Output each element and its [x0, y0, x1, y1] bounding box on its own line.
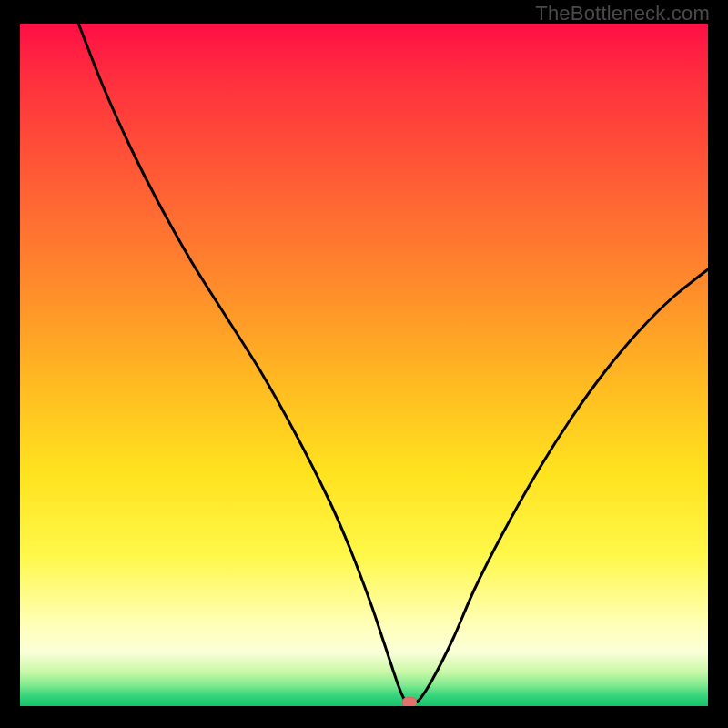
optimum-marker: [402, 697, 417, 707]
watermark-text: TheBottleneck.com: [535, 2, 710, 25]
bottleneck-curve: [20, 24, 708, 706]
plot-area: [20, 24, 708, 706]
chart-frame: TheBottleneck.com: [0, 0, 728, 728]
